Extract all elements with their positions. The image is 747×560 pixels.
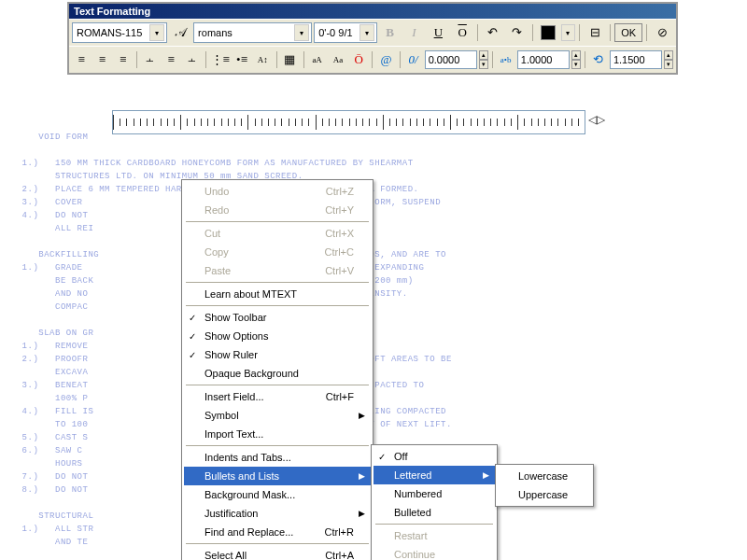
menu-background-mask[interactable]: Background Mask... [184, 485, 371, 504]
font-icon: 𝒜 [169, 21, 191, 44]
options-button[interactable]: ⊘ [651, 21, 673, 44]
underline-button[interactable]: U [427, 21, 449, 44]
lowercase-convert-button[interactable]: Aa [329, 49, 347, 71]
align-top-button[interactable]: ⫠ [141, 49, 160, 71]
spinner[interactable]: ▴▾ [571, 50, 581, 69]
menu-bullets-lists[interactable]: Bullets and Lists▶ [184, 467, 371, 485]
menu-redo[interactable]: RedoCtrl+Y [184, 201, 371, 219]
uppercase-button[interactable]: A↕ [253, 49, 272, 71]
align-center-button[interactable]: ≡ [92, 49, 111, 71]
submenu-restart[interactable]: Restart [374, 526, 495, 545]
menu-indents-tabs[interactable]: Indents and Tabs... [184, 448, 371, 467]
menu-justification[interactable]: Justification▶ [184, 504, 371, 523]
submenu-bullets: ✓Off Lettered▶ Numbered Bulleted Restart… [371, 444, 498, 560]
submenu-lowercase[interactable]: Lowercase [498, 467, 591, 485]
toolbar-title: Text Formatting [69, 4, 676, 19]
chevron-down-icon[interactable]: ▾ [149, 24, 164, 41]
submenu-uppercase[interactable]: Uppercase [498, 485, 591, 504]
menu-show-toolbar[interactable]: ✓Show Toolbar [184, 308, 371, 327]
tracking-input[interactable] [517, 50, 570, 69]
spinner[interactable]: ▴▾ [479, 50, 488, 69]
menu-undo[interactable]: UndoCtrl+Z [184, 182, 371, 201]
align-middle-button[interactable]: ≡ [162, 49, 180, 71]
chevron-down-icon[interactable]: ▾ [561, 24, 576, 41]
menu-show-options[interactable]: ✓Show Options [184, 327, 371, 345]
align-right-button[interactable]: ≡ [114, 49, 133, 71]
submenu-bulleted[interactable]: Bulleted [374, 503, 495, 522]
menu-insert-field[interactable]: Insert Field...Ctrl+F [184, 387, 371, 406]
style-combo[interactable]: ROMANS-115 ▾ [72, 22, 167, 43]
toolbar-row-1: ROMANS-115 ▾ 𝒜 romans ▾ 0'-0 9/1 ▾ B I U… [69, 19, 676, 46]
menu-paste[interactable]: PasteCtrl+V [184, 261, 371, 280]
submenu-numbered[interactable]: Numbered [374, 484, 495, 503]
menu-find-replace[interactable]: Find and Replace...Ctrl+R [184, 523, 371, 541]
oblique-input[interactable] [425, 50, 477, 69]
ruler[interactable] [112, 110, 585, 134]
font-combo[interactable]: romans ▾ [193, 22, 312, 43]
undo-button[interactable]: ↶ [482, 21, 504, 44]
submenu-lettered: Lowercase Uppercase [495, 464, 594, 507]
menu-copy[interactable]: CopyCtrl+C [184, 243, 371, 261]
context-menu: UndoCtrl+Z RedoCtrl+Y CutCtrl+X CopyCtrl… [181, 179, 374, 560]
submenu-continue[interactable]: Continue [374, 545, 495, 560]
chevron-down-icon[interactable]: ▾ [359, 24, 374, 41]
uppercase-convert-button[interactable]: aA [307, 49, 326, 71]
bold-button[interactable]: B [379, 21, 402, 44]
spinner[interactable]: ▴▾ [664, 50, 673, 69]
overline-o-button[interactable]: Ō [349, 49, 368, 71]
width-input[interactable] [610, 50, 662, 69]
ruler-extend-arrows[interactable]: ◁▷ [588, 113, 605, 126]
oblique-button[interactable]: 0/ [403, 49, 422, 71]
ok-button[interactable]: OK [614, 23, 642, 42]
numbered-list-button[interactable]: ⋮≡ [210, 49, 231, 71]
menu-show-ruler[interactable]: ✓Show Ruler [184, 345, 371, 364]
submenu-off[interactable]: ✓Off [374, 447, 495, 466]
menu-cut[interactable]: CutCtrl+X [184, 224, 371, 243]
redo-button[interactable]: ↷ [506, 21, 529, 44]
menu-import-text[interactable]: Import Text... [184, 425, 371, 443]
width-factor-button[interactable]: ⟲ [589, 49, 608, 71]
chevron-down-icon[interactable]: ▾ [294, 24, 309, 41]
symbol-button[interactable]: @ [376, 49, 395, 71]
height-combo[interactable]: 0'-0 9/1 ▾ [314, 22, 377, 43]
menu-opaque-background[interactable]: Opaque Background [184, 364, 371, 383]
overline-button[interactable]: O [451, 21, 473, 44]
text-formatting-toolbar: Text Formatting ROMANS-115 ▾ 𝒜 romans ▾ … [67, 2, 678, 75]
align-bottom-button[interactable]: ⫠ [182, 49, 201, 71]
align-left-button[interactable]: ≡ [72, 49, 91, 71]
toolbar-row-2: ≡ ≡ ≡ ⫠ ≡ ⫠ ⋮≡ •≡ A↕ ▦ aA Aa Ō @ 0/ ▴▾ a… [69, 46, 676, 73]
menu-learn-mtext[interactable]: Learn about MTEXT [184, 285, 371, 303]
italic-button[interactable]: I [403, 21, 426, 44]
menu-select-all[interactable]: Select AllCtrl+A [184, 546, 371, 560]
submenu-lettered[interactable]: Lettered▶ [374, 466, 495, 484]
menu-symbol[interactable]: Symbol▶ [184, 406, 371, 425]
bullet-list-button[interactable]: •≡ [233, 49, 251, 71]
tracking-button[interactable]: a•b [497, 49, 515, 71]
insert-field-button[interactable]: ▦ [280, 49, 299, 71]
color-swatch[interactable] [537, 21, 559, 44]
ruler-ticks [113, 111, 585, 133]
ruler-button[interactable]: ⊟ [584, 21, 606, 44]
